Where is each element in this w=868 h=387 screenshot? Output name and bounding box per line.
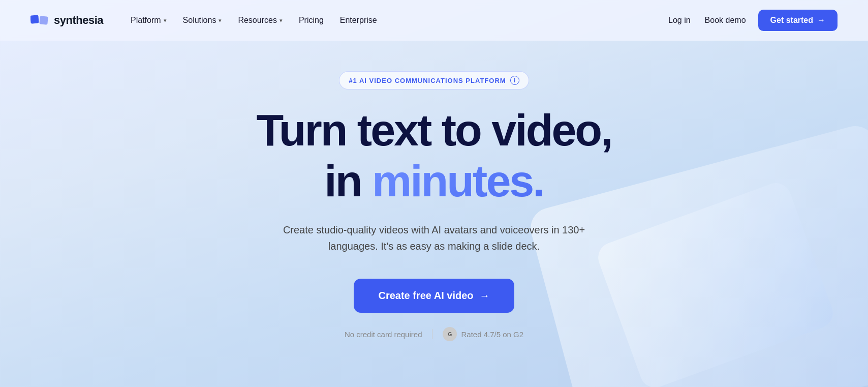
- arrow-icon: →: [480, 290, 490, 302]
- nav-item-enterprise[interactable]: Enterprise: [333, 12, 384, 29]
- nav-item-platform[interactable]: Platform ▾: [123, 12, 174, 29]
- hero-subtitle: Create studio-quality videos with AI ava…: [276, 222, 592, 254]
- create-free-video-button[interactable]: Create free AI video →: [354, 279, 514, 313]
- arrow-icon: →: [817, 16, 825, 25]
- g2-rating-text: Rated 4.7/5 on G2: [461, 330, 523, 339]
- nav-item-solutions[interactable]: Solutions ▾: [176, 12, 229, 29]
- nav-item-resources[interactable]: Resources ▾: [231, 12, 289, 29]
- synthesia-logo-icon: [30, 13, 49, 27]
- meta-divider: [432, 329, 432, 339]
- logo-text: synthesia: [54, 14, 103, 27]
- get-started-button[interactable]: Get started →: [758, 10, 838, 31]
- g2-logo-icon: G: [443, 327, 457, 341]
- logo-link[interactable]: synthesia: [30, 13, 103, 27]
- nav-menu: Platform ▾ Solutions ▾ Resources ▾ Prici…: [123, 12, 666, 29]
- hero-title-plain: in: [324, 156, 372, 206]
- chevron-down-icon: ▾: [280, 17, 283, 24]
- hero-badge: #1 AI VIDEO COMMUNICATIONS PLATFORM i: [339, 71, 529, 90]
- svg-rect-0: [30, 15, 39, 23]
- nav-actions: Log in Book demo Get started →: [666, 10, 838, 31]
- hero-title-line1: Turn text to video,: [256, 108, 611, 153]
- badge-text: #1 AI VIDEO COMMUNICATIONS PLATFORM: [349, 77, 506, 84]
- hero-title-line2: in minutes.: [324, 159, 544, 203]
- book-demo-button[interactable]: Book demo: [703, 12, 748, 29]
- hero-section: #1 AI VIDEO COMMUNICATIONS PLATFORM i Tu…: [0, 41, 868, 382]
- no-credit-card-text: No credit card required: [345, 330, 422, 339]
- nav-item-pricing[interactable]: Pricing: [292, 12, 331, 29]
- hero-meta: No credit card required G Rated 4.7/5 on…: [345, 327, 523, 341]
- hero-title-accent: minutes.: [372, 156, 544, 206]
- g2-badge: G Rated 4.7/5 on G2: [443, 327, 523, 341]
- info-icon[interactable]: i: [510, 76, 519, 85]
- navigation: synthesia Platform ▾ Solutions ▾ Resourc…: [0, 0, 868, 41]
- login-link[interactable]: Log in: [666, 12, 693, 29]
- chevron-down-icon: ▾: [219, 17, 222, 24]
- chevron-down-icon: ▾: [164, 17, 167, 24]
- svg-rect-1: [39, 16, 48, 24]
